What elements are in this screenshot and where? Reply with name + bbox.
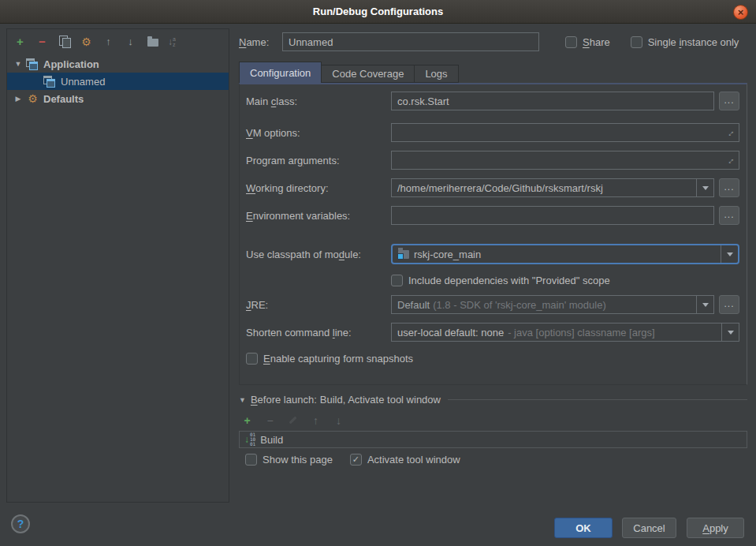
cancel-button[interactable]: Cancel [622,518,676,538]
dropdown-arrow-icon[interactable] [721,245,738,263]
remove-configuration-icon[interactable]: − [35,35,49,48]
copy-configuration-icon[interactable] [58,35,71,48]
include-dependencies-checkbox[interactable]: Include dependencies with "Provided" sco… [391,275,610,286]
enable-capturing-checkbox[interactable]: Enable capturing form snapshots [246,353,413,365]
configuration-tab-panel: Main class: ... VM options: ↔ Program ar… [239,83,747,385]
separator-line [448,399,747,400]
tree-item-application[interactable]: ▼ Application [14,55,229,73]
include-dependencies-checkbox-box[interactable] [391,275,403,286]
before-launch-toolbar: + − ↑ ↓ [240,413,345,427]
activate-tool-window-checkbox[interactable]: ✓ Activate tool window [350,454,460,466]
folder-icon [147,39,158,47]
tab-bar: Configuration Code Coverage Logs [239,62,458,83]
activate-tool-window-checkbox-box[interactable]: ✓ [350,454,362,466]
apply-button[interactable]: Apply [687,518,744,538]
build-task-label: Build [260,434,283,446]
vm-options-input[interactable] [391,123,739,142]
show-this-page-label: Show this page [263,454,333,466]
show-this-page-checkbox[interactable]: Show this page [245,454,333,466]
before-launch-subtitle: Build, Activate tool window [320,394,441,406]
close-button[interactable]: × [733,5,748,20]
working-directory-browse-button[interactable]: ... [719,178,739,197]
use-classpath-label: Use classpath of module: [246,249,361,260]
main-class-input[interactable] [391,92,714,110]
application-icon [26,58,39,70]
build-icon: ↓ 01 10 01 [244,432,255,447]
main-class-browse-button[interactable]: ... [719,92,739,110]
remove-task-icon[interactable]: − [263,413,277,427]
defaults-wrench-icon: ⚙ [26,92,39,105]
before-launch-options: Show this page ✓ Activate tool window [245,454,460,466]
environment-variables-browse-button[interactable]: ... [719,206,739,225]
include-dependencies-label: Include dependencies with "Provided" sco… [408,275,610,286]
move-up-icon[interactable]: ↑ [102,35,115,48]
before-launch-title: Before launch: [251,394,317,406]
ok-button[interactable]: OK [554,518,613,538]
shorten-command-line-label: Shorten command line: [246,327,352,338]
chevron-down-icon[interactable]: ▼ [14,60,22,68]
name-label: Name: [239,36,282,48]
working-directory-label: Working directory: [246,182,329,194]
environment-variables-label: Environment variables: [246,210,350,222]
sort-configurations-icon[interactable]: ↓ az [168,36,176,47]
dropdown-arrow-icon[interactable] [696,296,713,313]
edit-defaults-icon[interactable]: ⚙ [80,35,93,48]
before-launch-task-build[interactable]: ↓ 01 10 01 Build [239,431,747,448]
tab-code-coverage[interactable]: Code Coverage [321,65,415,83]
vm-options-label: VM options: [246,127,300,139]
help-button[interactable]: ? [11,514,30,533]
show-this-page-checkbox-box[interactable] [245,454,257,466]
tab-logs[interactable]: Logs [414,65,458,83]
jre-combo[interactable]: Default (1.8 - SDK of 'rskj-core_main' m… [391,295,714,314]
dropdown-arrow-icon[interactable] [696,179,713,196]
move-task-up-icon[interactable]: ↑ [309,413,322,427]
title-bar: Run/Debug Configurations × [0,0,756,24]
dropdown-arrow-icon[interactable] [721,323,739,341]
close-icon: × [738,7,744,17]
enable-capturing-label: Enable capturing form snapshots [263,353,413,365]
use-classpath-combo[interactable]: rskj-core_main [391,244,739,264]
copy-icon [59,36,70,47]
module-icon [398,250,409,259]
main-class-label: Main class: [246,95,297,107]
move-down-icon[interactable]: ↓ [124,35,137,48]
configurations-tree: ▼ Application Unnamed ▶ ⚙ Defaults [7,55,229,107]
jre-browse-button[interactable]: ... [719,295,739,314]
collapse-arrow-icon[interactable]: ▼ [239,396,246,404]
configurations-sidebar: + − ⚙ ↑ ↓ ↓ az ▼ Application Unnamed [6,28,229,503]
working-directory-combo[interactable]: /home/meriherrera/Code/Github/rsksmart/r… [391,178,714,197]
application-icon [43,76,57,88]
add-configuration-icon[interactable]: + [13,35,27,48]
single-instance-label: Single instance only [648,36,739,48]
tab-configuration[interactable]: Configuration [239,62,322,83]
before-launch-header[interactable]: ▼ Before launch: Build, Activate tool wi… [239,394,747,406]
share-label: Share [583,36,610,48]
activate-tool-window-label: Activate tool window [367,454,460,466]
tree-item-defaults[interactable]: ▶ ⚙ Defaults [14,90,229,107]
edit-task-icon[interactable] [286,413,300,427]
move-task-down-icon[interactable]: ↓ [332,413,345,427]
run-debug-configurations-dialog: Run/Debug Configurations × + − ⚙ ↑ ↓ ↓ a… [0,0,756,546]
create-folder-icon[interactable] [146,35,159,48]
single-instance-checkbox-box[interactable] [631,36,642,48]
tree-item-unnamed[interactable]: Unnamed [7,73,229,90]
name-input[interactable] [282,32,539,51]
dialog-title: Run/Debug Configurations [313,6,443,17]
pencil-icon [289,417,297,424]
enable-capturing-checkbox-box[interactable] [246,353,258,365]
shorten-command-line-combo[interactable]: user-local default: none - java [options… [391,323,739,342]
share-checkbox-box[interactable] [565,36,577,48]
help-icon: ? [17,518,24,530]
share-checkbox[interactable]: Share [565,36,610,48]
chevron-right-icon[interactable]: ▶ [14,95,22,103]
sidebar-toolbar: + − ⚙ ↑ ↓ ↓ az [7,29,229,53]
program-arguments-input[interactable] [391,151,739,170]
name-row: Name: Share Single instance only [239,32,739,52]
program-arguments-label: Program arguments: [246,155,340,166]
jre-label: JRE: [246,299,268,311]
environment-variables-input[interactable] [391,206,714,225]
add-task-icon[interactable]: + [240,413,254,427]
single-instance-checkbox[interactable]: Single instance only [631,36,739,48]
